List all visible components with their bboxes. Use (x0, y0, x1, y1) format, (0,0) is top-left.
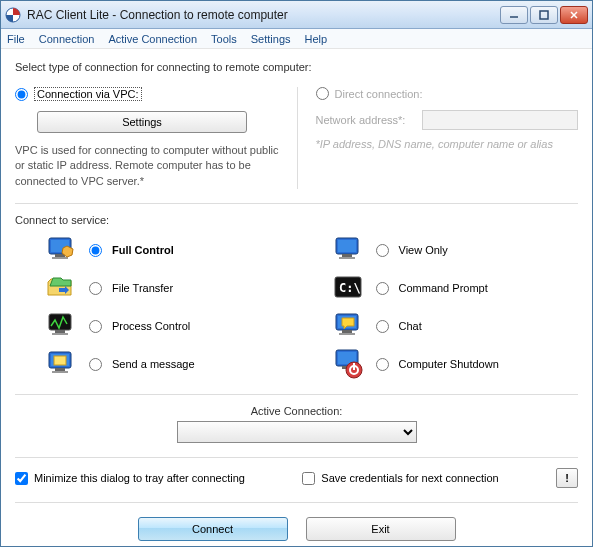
svg-rect-11 (342, 254, 352, 257)
send-message-icon (45, 348, 77, 380)
active-connection-select[interactable] (177, 421, 417, 443)
radio-chat[interactable] (376, 320, 389, 333)
active-connection-label: Active Connection: (251, 405, 343, 417)
monitor-hand-icon (45, 234, 77, 266)
network-address-label: Network address*: (316, 114, 416, 126)
label-process-control: Process Control (112, 320, 190, 332)
separator (15, 394, 578, 395)
close-button[interactable] (560, 6, 588, 24)
separator (15, 502, 578, 503)
network-address-input (422, 110, 579, 130)
label-direct-connection: Direct connection: (335, 88, 423, 100)
checkbox-minimize-to-tray[interactable] (15, 472, 28, 485)
menu-active-connection[interactable]: Active Connection (108, 33, 197, 45)
minimize-button[interactable] (500, 6, 528, 24)
radio-full-control[interactable] (89, 244, 102, 257)
label-view-only: View Only (399, 244, 448, 256)
services-heading: Connect to service: (15, 214, 578, 226)
svg-rect-15 (49, 314, 71, 330)
shutdown-icon (332, 348, 364, 380)
label-connection-vpc: Connection via VPC: (34, 87, 142, 101)
svg-rect-16 (55, 330, 65, 333)
label-full-control: Full Control (112, 244, 174, 256)
maximize-button[interactable] (530, 6, 558, 24)
svg-rect-17 (52, 333, 68, 335)
svg-rect-10 (338, 240, 356, 252)
svg-rect-26 (54, 356, 66, 365)
radio-computer-shutdown[interactable] (376, 358, 389, 371)
svg-rect-24 (55, 368, 65, 371)
radio-command-prompt[interactable] (376, 282, 389, 295)
command-prompt-icon: C:\ (332, 272, 364, 304)
network-address-hint: *IP address, DNS name, computer name or … (316, 138, 579, 150)
svg-rect-21 (339, 333, 355, 335)
svg-text:C:\: C:\ (339, 281, 361, 295)
separator (15, 457, 578, 458)
menu-file[interactable]: File (7, 33, 25, 45)
menu-help[interactable]: Help (305, 33, 328, 45)
radio-process-control[interactable] (89, 320, 102, 333)
folder-transfer-icon (45, 272, 77, 304)
vpc-description: VPC is used for connecting to computer w… (15, 143, 285, 189)
label-computer-shutdown: Computer Shutdown (399, 358, 499, 370)
separator (15, 203, 578, 204)
window-title: RAC Client Lite - Connection to remote c… (27, 8, 500, 22)
label-minimize-to-tray: Minimize this dialog to tray after conne… (34, 472, 245, 484)
radio-connection-vpc[interactable] (15, 88, 28, 101)
titlebar: RAC Client Lite - Connection to remote c… (1, 1, 592, 29)
label-file-transfer: File Transfer (112, 282, 173, 294)
vpc-settings-button[interactable]: Settings (37, 111, 247, 133)
menu-tools[interactable]: Tools (211, 33, 237, 45)
monitor-icon (332, 234, 364, 266)
connect-button[interactable]: Connect (138, 517, 288, 541)
info-button[interactable]: ! (556, 468, 578, 488)
menubar: File Connection Active Connection Tools … (1, 29, 592, 49)
label-chat: Chat (399, 320, 422, 332)
app-icon (5, 7, 21, 23)
radio-file-transfer[interactable] (89, 282, 102, 295)
svg-rect-8 (52, 257, 68, 259)
chat-icon (332, 310, 364, 342)
svg-rect-25 (52, 371, 68, 373)
radio-send-message[interactable] (89, 358, 102, 371)
label-command-prompt: Command Prompt (399, 282, 488, 294)
instruction-text: Select type of connection for connecting… (15, 61, 578, 73)
svg-rect-2 (540, 11, 548, 19)
checkbox-save-credentials[interactable] (302, 472, 315, 485)
menu-connection[interactable]: Connection (39, 33, 95, 45)
exit-button[interactable]: Exit (306, 517, 456, 541)
menu-settings[interactable]: Settings (251, 33, 291, 45)
svg-rect-20 (342, 330, 352, 333)
process-monitor-icon (45, 310, 77, 342)
radio-view-only[interactable] (376, 244, 389, 257)
label-save-credentials: Save credentials for next connection (321, 472, 498, 484)
label-send-message: Send a message (112, 358, 195, 370)
svg-rect-12 (339, 257, 355, 259)
radio-direct-connection[interactable] (316, 87, 329, 100)
